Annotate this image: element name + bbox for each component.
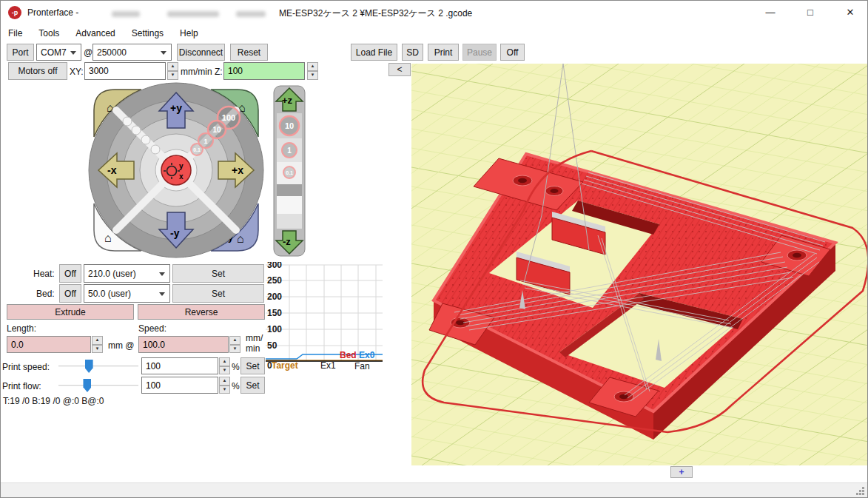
minus-x-label: -x bbox=[107, 164, 117, 176]
port-button[interactable]: Port bbox=[7, 44, 34, 61]
z-jog-column: +z -z 10 1 0.1 bbox=[273, 85, 306, 257]
print-button[interactable]: Print bbox=[428, 44, 459, 61]
z-band-selected[interactable] bbox=[277, 184, 302, 196]
chevron-down-icon bbox=[159, 292, 165, 296]
minus-y-label: -y bbox=[170, 227, 180, 239]
speed-label: Speed: bbox=[138, 323, 166, 334]
z-feed-label: mm/min Z: bbox=[181, 67, 223, 77]
heat-set-button[interactable]: Set bbox=[172, 264, 264, 283]
menubar: File Tools Advanced Settings Help bbox=[1, 24, 867, 42]
z-feedrate-stepper[interactable]: ▲▼ bbox=[307, 62, 318, 80]
baud-select-value: 250000 bbox=[97, 47, 127, 58]
legend-ex0: Ex0 bbox=[359, 350, 375, 360]
z-feedrate-input[interactable] bbox=[223, 62, 305, 80]
bed-label: Bed: bbox=[36, 289, 55, 299]
percent-label: % bbox=[232, 362, 240, 372]
maximize-button[interactable]: □ bbox=[799, 4, 821, 21]
center-x-label: x bbox=[179, 172, 184, 181]
print-speed-input[interactable] bbox=[141, 357, 218, 374]
z-band[interactable] bbox=[277, 196, 302, 214]
svg-text:250: 250 bbox=[267, 275, 282, 286]
gcode-3d-viewer[interactable] bbox=[411, 64, 868, 465]
jog-pad: ⌂ x z ⌂ ⌂ y ⌂ +y -y -x +x bbox=[87, 82, 267, 260]
svg-text:100: 100 bbox=[267, 324, 282, 334]
xy-feedrate-stepper[interactable]: ▲▼ bbox=[167, 62, 178, 80]
pause-button: Pause bbox=[462, 44, 497, 61]
print-flow-input[interactable] bbox=[141, 377, 218, 394]
disconnect-button[interactable]: Disconnect bbox=[177, 44, 225, 61]
graph-grid bbox=[266, 265, 383, 361]
legend-fan: Fan bbox=[354, 361, 370, 371]
plus-y-label: +y bbox=[170, 102, 182, 114]
step-0-1-label: 0.1 bbox=[193, 147, 201, 152]
collapse-panel-button[interactable]: < bbox=[388, 63, 411, 76]
print-flow-slider[interactable] bbox=[58, 377, 138, 394]
step-100-label: 100 bbox=[222, 113, 235, 122]
svg-text:300: 300 bbox=[267, 262, 282, 270]
print-flow-set-button[interactable]: Set bbox=[240, 377, 265, 394]
step-10-label: 10 bbox=[212, 126, 221, 134]
slider-thumb[interactable] bbox=[85, 360, 93, 373]
chevron-down-icon bbox=[159, 272, 165, 276]
print-speed-set-button[interactable]: Set bbox=[240, 357, 265, 374]
statusbar bbox=[1, 482, 867, 498]
viewer-bottom-strip: + bbox=[411, 465, 868, 482]
menu-tools[interactable]: Tools bbox=[38, 28, 67, 38]
menu-help[interactable]: Help bbox=[180, 28, 206, 38]
redacted-title-text bbox=[167, 11, 219, 17]
heat-temp-select[interactable]: 210.0 (user) bbox=[84, 264, 170, 283]
bed-temp-value: 50.0 (user) bbox=[88, 289, 131, 299]
extrude-length-input[interactable] bbox=[7, 336, 91, 353]
temperature-graph: 300 250 200 150 100 50 0 Bed Ex0 Target … bbox=[266, 262, 383, 376]
menu-settings[interactable]: Settings bbox=[132, 28, 172, 38]
off-button[interactable]: Off bbox=[500, 44, 525, 61]
heat-off-button[interactable]: Off bbox=[59, 264, 81, 283]
close-button[interactable]: ✕ bbox=[839, 4, 861, 21]
percent-label: % bbox=[232, 381, 240, 391]
legend-bed: Bed bbox=[340, 350, 357, 360]
xy-feedrate-input[interactable] bbox=[84, 62, 166, 80]
extrude-button[interactable]: Extrude bbox=[7, 304, 134, 320]
chevron-down-icon bbox=[161, 51, 166, 55]
port-select-value: COM7 bbox=[41, 47, 67, 58]
app-logo-icon: -p bbox=[8, 6, 21, 19]
resize-grip[interactable] bbox=[855, 486, 865, 496]
min-label: min bbox=[246, 343, 260, 354]
port-select[interactable]: COM7 bbox=[36, 44, 81, 61]
reverse-button[interactable]: Reverse bbox=[138, 304, 265, 320]
menu-file[interactable]: File bbox=[8, 28, 30, 38]
reset-button[interactable]: Reset bbox=[230, 44, 268, 61]
length-label: Length: bbox=[7, 323, 36, 334]
titlebar: -p Pronterface - ME-ESP32ケース 2 ¥ME-ESP32… bbox=[1, 1, 867, 24]
menu-advanced[interactable]: Advanced bbox=[75, 28, 123, 38]
jog-step-0-1[interactable]: 0.1 bbox=[191, 144, 203, 155]
print-speed-stepper[interactable]: ▲▼ bbox=[219, 357, 230, 374]
motors-off-button[interactable]: Motors off bbox=[8, 62, 67, 80]
z-step-0-1-label: 0.1 bbox=[286, 170, 293, 175]
xy-feed-label: XY: bbox=[70, 67, 84, 77]
slider-thumb[interactable] bbox=[83, 379, 91, 392]
bed-set-button[interactable]: Set bbox=[172, 284, 264, 303]
plus-x-label: +x bbox=[232, 164, 243, 176]
extrude-speed-input[interactable] bbox=[138, 336, 229, 353]
viewer-zoom-in-button[interactable]: + bbox=[670, 466, 693, 478]
z-band[interactable] bbox=[277, 214, 302, 229]
svg-text:150: 150 bbox=[267, 308, 282, 318]
bed-temp-select[interactable]: 50.0 (user) bbox=[84, 284, 170, 303]
bed-off-button[interactable]: Off bbox=[59, 284, 81, 303]
minimize-button[interactable]: — bbox=[759, 4, 781, 21]
extrude-length-stepper[interactable]: ▲▼ bbox=[92, 336, 103, 353]
jog-center-button[interactable]: y x bbox=[161, 155, 191, 185]
extrude-speed-stepper[interactable]: ▲▼ bbox=[229, 336, 240, 353]
plus-z-label: +z bbox=[282, 95, 293, 106]
mm-at-label: mm @ bbox=[108, 340, 135, 351]
step-1-label: 1 bbox=[203, 138, 207, 145]
at-label: @ bbox=[84, 47, 92, 58]
heat-temp-value: 210.0 (user) bbox=[88, 269, 136, 279]
house-icon: ⌂ bbox=[237, 232, 244, 245]
print-speed-slider[interactable] bbox=[58, 358, 138, 374]
load-file-button[interactable]: Load File bbox=[351, 44, 397, 61]
print-flow-stepper[interactable]: ▲▼ bbox=[219, 377, 230, 394]
sd-button[interactable]: SD bbox=[402, 44, 423, 61]
baud-select[interactable]: 250000 bbox=[92, 44, 172, 61]
